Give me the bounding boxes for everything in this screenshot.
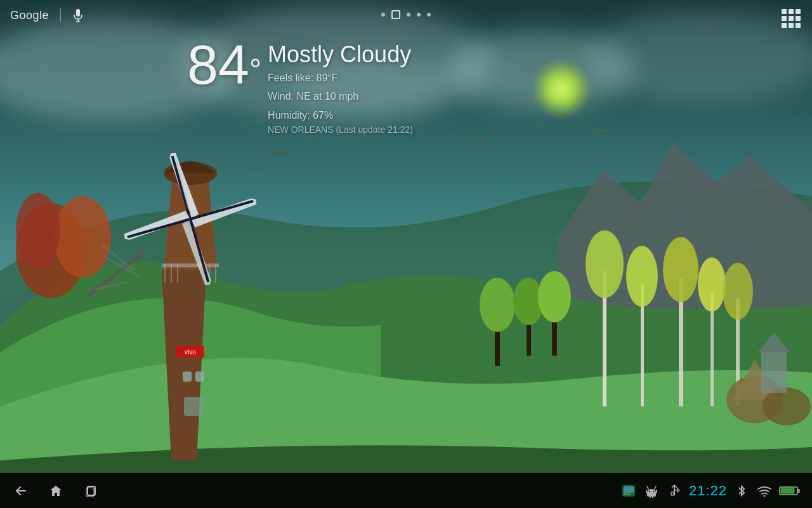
svg-rect-51: [624, 486, 634, 493]
battery-icon: [779, 483, 801, 499]
wind-speed: Wind: NE at 10 mph: [268, 88, 413, 105]
page-indicators: [381, 10, 431, 19]
weather-widget[interactable]: 84° Mostly Cloudy Feels like: 89°F Wind:…: [187, 37, 413, 135]
back-button[interactable]: [11, 482, 29, 500]
branding-divider: [60, 8, 61, 22]
status-right: 21:22: [620, 483, 801, 499]
grid-dot: [789, 9, 794, 14]
page-dot-3[interactable]: [407, 13, 410, 17]
grid-dot: [796, 16, 801, 21]
wifi-icon: [756, 483, 773, 499]
microphone-icon[interactable]: [72, 10, 84, 21]
svg-rect-58: [650, 497, 651, 498]
svg-rect-65: [781, 488, 795, 493]
svg-rect-21: [761, 352, 787, 393]
weather-condition: Mostly Cloudy: [268, 42, 413, 67]
grid-dot: [796, 23, 801, 28]
svg-rect-59: [652, 497, 653, 498]
svg-rect-28: [162, 264, 219, 267]
svg-rect-26: [195, 371, 204, 382]
svg-point-16: [698, 257, 726, 311]
google-branding[interactable]: Google: [10, 8, 84, 22]
page-dot-5[interactable]: [427, 13, 431, 17]
location-update: NEW ORLEANS (Last update 21:22): [268, 124, 413, 135]
svg-point-12: [626, 246, 658, 307]
svg-rect-27: [184, 397, 203, 416]
svg-text:vivo: vivo: [185, 349, 196, 356]
svg-point-18: [723, 263, 753, 320]
svg-point-8: [538, 271, 571, 323]
svg-rect-25: [183, 371, 192, 382]
recents-button[interactable]: [82, 482, 100, 500]
svg-point-20: [763, 387, 811, 425]
top-bar: Google: [0, 0, 812, 30]
time-display: 21:22: [689, 483, 727, 499]
windmill-svg: vivo: [70, 92, 311, 473]
svg-point-14: [663, 237, 698, 302]
temperature-value: 84: [187, 37, 249, 93]
home-button[interactable]: [47, 482, 65, 500]
degree-symbol: °: [249, 53, 261, 86]
usb-icon: [666, 483, 683, 499]
grid-dot: [782, 23, 787, 28]
windmill: vivo: [70, 92, 311, 473]
svg-rect-56: [646, 490, 647, 493]
svg-point-10: [586, 231, 624, 298]
svg-point-62: [764, 495, 766, 497]
svg-rect-61: [671, 492, 674, 495]
page-dot-4[interactable]: [417, 13, 421, 17]
svg-point-55: [653, 490, 654, 491]
android-icon: [643, 483, 660, 499]
grid-dot: [782, 9, 787, 14]
svg-point-2: [16, 193, 60, 267]
weather-status-icon: [620, 483, 637, 499]
page-dot-1[interactable]: [381, 13, 385, 17]
status-bar: 21:22: [0, 473, 812, 508]
feels-like: Feels like: 89°F: [268, 70, 413, 86]
google-label: Google: [10, 9, 49, 22]
svg-rect-45: [76, 9, 80, 17]
page-dot-active[interactable]: [391, 10, 400, 19]
grid-dot: [796, 9, 801, 14]
svg-rect-64: [797, 489, 800, 493]
svg-rect-53: [627, 493, 631, 495]
weather-details: Mostly Cloudy Feels like: 89°F Wind: NE …: [268, 42, 413, 135]
svg-point-4: [480, 277, 515, 331]
svg-rect-52: [624, 493, 627, 495]
nav-icons: [11, 482, 620, 500]
apps-grid-button[interactable]: [782, 9, 801, 28]
humidity: Humidity: 67%: [268, 107, 413, 124]
grid-dot: [789, 16, 794, 21]
svg-rect-57: [656, 490, 657, 493]
grid-dot: [789, 23, 794, 28]
svg-point-54: [649, 490, 650, 491]
bluetooth-icon: [733, 483, 750, 499]
grid-dot: [782, 16, 787, 21]
